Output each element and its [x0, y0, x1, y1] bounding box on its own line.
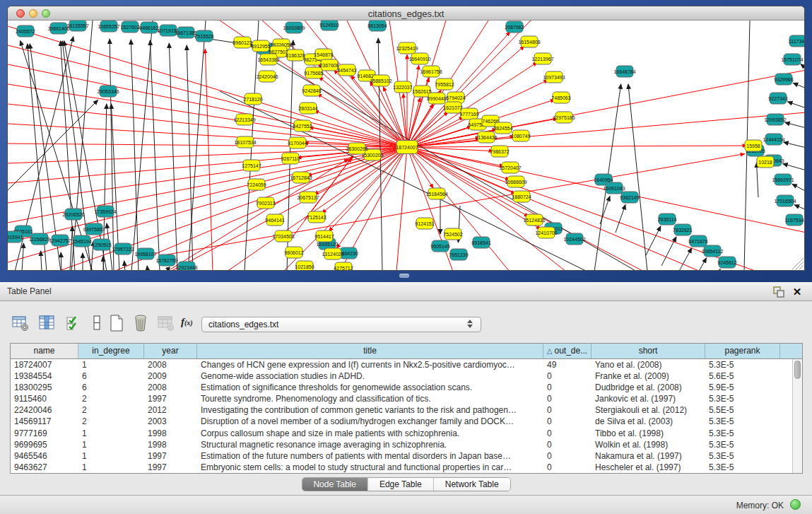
column-header-year[interactable]: year	[144, 344, 197, 358]
graph-node[interactable]: 1080749	[511, 130, 530, 141]
delete-table-icon[interactable]	[157, 314, 175, 332]
graph-node[interactable]: 16782759	[155, 255, 177, 266]
graph-node[interactable]: 30675137	[297, 192, 319, 203]
graph-node[interactable]: 9464141	[265, 214, 284, 226]
graph-node[interactable]: 12444154	[763, 134, 784, 145]
tab-edge-table[interactable]: Edge Table	[368, 478, 434, 491]
graph-node[interactable]: 1545194	[72, 235, 91, 247]
tab-node-table[interactable]: Node Table	[302, 478, 368, 491]
graph-node[interactable]: 18107534	[234, 136, 256, 148]
graph-node[interactable]: 2803144	[298, 103, 317, 114]
graph-node[interactable]: 1167534	[785, 214, 804, 226]
graph-node[interactable]: 13124020	[322, 248, 343, 259]
function-builder-icon[interactable]: f(x)	[181, 316, 199, 334]
table-options-icon[interactable]	[11, 314, 30, 332]
graph-node[interactable]: 9505145	[430, 240, 449, 252]
graph-node[interactable]: 10244502	[563, 233, 585, 245]
graph-node[interactable]: 7125143	[307, 211, 326, 223]
table-row[interactable]: 969969511998Structural magnetic resonanc…	[11, 439, 792, 450]
graph-node[interactable]: 18724007	[396, 141, 418, 154]
new-column-icon[interactable]	[107, 314, 126, 332]
graph-node[interactable]: 4275712	[334, 262, 353, 271]
graph-node[interactable]: 7515526	[194, 30, 213, 42]
graph-node[interactable]: 12942757	[49, 235, 71, 246]
graph-node[interactable]: 1021850	[295, 261, 314, 271]
graph-node[interactable]: 7651239	[449, 249, 468, 260]
graph-node[interactable]: 20206526	[62, 209, 84, 220]
graph-node[interactable]: 15958	[745, 140, 762, 151]
graph-node[interactable]: 15124831	[523, 214, 545, 226]
graph-node[interactable]: 9777169	[459, 108, 478, 119]
table-row[interactable]: 977716911998Corpus callosum shape and si…	[11, 428, 792, 439]
graph-node[interactable]: 7524502	[443, 228, 462, 240]
graph-node[interactable]: 17359924	[94, 206, 116, 217]
graph-node[interactable]: 8471676	[688, 235, 707, 247]
graph-node[interactable]: 1880724	[512, 191, 531, 202]
graph-node[interactable]: 8170044	[288, 137, 307, 148]
graph-node[interactable]: 9124510	[319, 21, 339, 30]
graph-node[interactable]: 10655257	[98, 21, 119, 32]
graph-node[interactable]: 16712843	[290, 172, 312, 183]
graph-node[interactable]: 2405572	[16, 25, 35, 37]
graph-node[interactable]: 16640910	[408, 53, 430, 64]
graph-node[interactable]: 15885102	[370, 75, 392, 86]
graph-node[interactable]: 7832621	[673, 224, 692, 235]
graph-node[interactable]: 1117345	[789, 35, 804, 47]
delete-column-icon[interactable]	[131, 314, 150, 332]
graph-node[interactable]: 9806012	[284, 247, 303, 258]
graph-node[interactable]: 12213349	[233, 114, 255, 125]
graph-node[interactable]: 1250515	[92, 239, 111, 250]
graph-node[interactable]: 15184564	[425, 188, 447, 199]
graph-node[interactable]: 1546878	[314, 49, 333, 60]
graph-node[interactable]: 9124151	[415, 218, 434, 229]
graph-node[interactable]: 1527602	[120, 21, 139, 33]
graph-node[interactable]: 15692971	[772, 174, 794, 185]
graph-node[interactable]: 9514417	[314, 230, 334, 242]
table-row[interactable]: 946554611997Estimation of the future num…	[11, 450, 792, 462]
graph-node[interactable]: 7224059	[247, 179, 266, 190]
graph-node[interactable]: 28300295	[346, 143, 367, 154]
table-row[interactable]: 1830029562008Estimation of significance …	[11, 382, 792, 393]
graph-node[interactable]: 9329966	[774, 74, 793, 85]
graph-node[interactable]: 12410700	[535, 227, 557, 238]
graph-node[interactable]: 16091043	[603, 182, 625, 194]
scrollbar-thumb[interactable]	[794, 361, 801, 379]
graph-node[interactable]: 3824554	[493, 122, 512, 134]
graph-node[interactable]: 1275147	[242, 160, 261, 171]
graph-node[interactable]: 2718120	[243, 93, 262, 105]
graph-node[interactable]: 12213967	[531, 53, 553, 64]
column-header-title[interactable]: title	[197, 344, 543, 358]
graph-node[interactable]: 12975185	[553, 112, 575, 123]
graph-node[interactable]: 2087662	[505, 21, 524, 33]
graph-node[interactable]: 9242848	[302, 85, 321, 96]
column-header-short[interactable]: short	[592, 344, 705, 358]
graph-node[interactable]: 1322037	[393, 81, 412, 93]
window-titlebar[interactable]: citations_edges.txt	[8, 6, 804, 21]
graph-node[interactable]: 15751074	[781, 54, 803, 65]
graph-node[interactable]: 9466162	[139, 22, 158, 33]
graph-node[interactable]: 10218	[757, 156, 774, 168]
graph-node[interactable]: 7955812	[435, 78, 454, 90]
graph-node[interactable]: 8813054	[367, 21, 387, 31]
column-header-out_de[interactable]: △out_de...	[543, 344, 592, 358]
graph-node[interactable]: 7902313	[256, 197, 275, 209]
row-height-icon[interactable]	[88, 314, 106, 332]
graph-node[interactable]: 12923448	[175, 262, 197, 271]
graph-node[interactable]: 16961758	[420, 66, 442, 77]
float-window-icon[interactable]	[772, 286, 785, 298]
close-icon[interactable]: ✕	[791, 286, 804, 298]
graph-node[interactable]: 10973493	[543, 71, 565, 83]
graph-node[interactable]: 10654112	[702, 245, 724, 257]
graph-node[interactable]: 16543382	[257, 54, 279, 65]
graph-node[interactable]: 16154808	[518, 36, 540, 47]
table-row[interactable]: 1872400712008Changes of HCN gene express…	[11, 359, 792, 370]
graph-node[interactable]: 9267110	[281, 153, 300, 164]
graph-node[interactable]: 16033809	[283, 22, 305, 33]
table-row[interactable]: 2242004622012Investigating the contribut…	[11, 404, 792, 416]
graph-node[interactable]: 9175685	[304, 67, 323, 78]
graph-node[interactable]: 7986372	[490, 146, 509, 157]
graph-node[interactable]: 29053346	[97, 86, 119, 97]
graph-node[interactable]: 12093852	[764, 114, 786, 125]
graph-node[interactable]: 22420046	[256, 71, 278, 82]
graph-node[interactable]: 15720407	[499, 162, 521, 173]
